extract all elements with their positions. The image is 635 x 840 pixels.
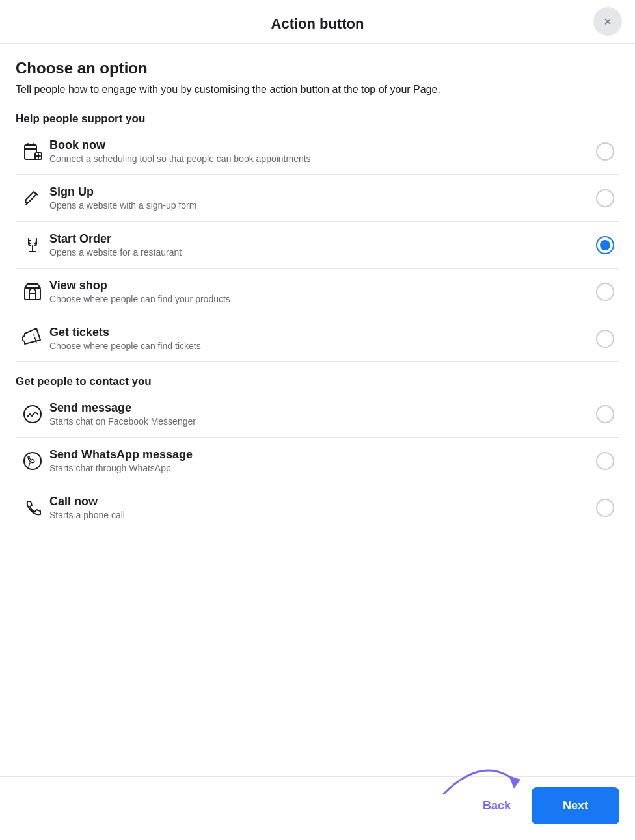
curved-arrow-svg bbox=[431, 748, 535, 800]
option-start-order[interactable]: Start Order Opens a website for a restau… bbox=[16, 222, 619, 269]
radio-view-shop[interactable] bbox=[591, 283, 619, 301]
option-whatsapp[interactable]: Send WhatsApp message Starts chat throug… bbox=[16, 438, 619, 484]
svg-point-9 bbox=[24, 453, 41, 469]
group1-label: Help people support you bbox=[16, 112, 619, 125]
arrow-annotation: Back bbox=[470, 794, 524, 818]
view-shop-icon bbox=[16, 282, 49, 302]
back-button[interactable]: Back bbox=[470, 794, 524, 818]
radio-sign-up[interactable] bbox=[591, 189, 619, 207]
section-description: Tell people how to engage with you by cu… bbox=[16, 83, 619, 97]
book-now-icon bbox=[16, 141, 49, 162]
options-group2: Send message Starts chat on Facebook Mes… bbox=[16, 391, 619, 531]
sign-up-icon bbox=[16, 188, 49, 209]
close-button[interactable]: × bbox=[593, 7, 622, 36]
radio-call-now[interactable] bbox=[591, 499, 619, 517]
main-content: Choose an option Tell people how to enga… bbox=[0, 44, 635, 609]
option-book-now[interactable]: Book now Connect a scheduling tool so th… bbox=[16, 128, 619, 175]
option-start-order-text: Start Order Opens a website for a restau… bbox=[49, 232, 591, 257]
radio-start-order[interactable] bbox=[591, 236, 619, 254]
svg-point-8 bbox=[24, 406, 41, 423]
next-button[interactable]: Next bbox=[532, 787, 619, 824]
option-view-shop[interactable]: View shop Choose where people can find y… bbox=[16, 269, 619, 315]
radio-whatsapp[interactable] bbox=[591, 452, 619, 470]
radio-send-message[interactable] bbox=[591, 405, 619, 423]
radio-book-now[interactable] bbox=[591, 142, 619, 161]
option-get-tickets-text: Get tickets Choose where people can find… bbox=[49, 326, 591, 351]
section-title: Choose an option bbox=[16, 59, 619, 77]
svg-rect-6 bbox=[29, 293, 36, 300]
option-call-now-text: Call now Starts a phone call bbox=[49, 495, 591, 520]
call-now-icon bbox=[16, 497, 49, 518]
footer: Back Next bbox=[0, 776, 635, 840]
option-view-shop-text: View shop Choose where people can find y… bbox=[49, 279, 591, 304]
options-group1: Book now Connect a scheduling tool so th… bbox=[16, 128, 619, 362]
option-get-tickets[interactable]: Get tickets Choose where people can find… bbox=[16, 315, 619, 362]
radio-get-tickets[interactable] bbox=[591, 330, 619, 348]
send-message-icon bbox=[16, 404, 49, 425]
get-tickets-icon bbox=[16, 328, 49, 349]
option-sign-up[interactable]: Sign Up Opens a website with a sign-up f… bbox=[16, 175, 619, 222]
group2-label: Get people to contact you bbox=[16, 375, 619, 388]
option-send-message-text: Send message Starts chat on Facebook Mes… bbox=[49, 401, 591, 427]
dialog-header: Action button × bbox=[0, 0, 635, 44]
option-sign-up-text: Sign Up Opens a website with a sign-up f… bbox=[49, 185, 591, 211]
option-whatsapp-text: Send WhatsApp message Starts chat throug… bbox=[49, 448, 591, 473]
svg-marker-10 bbox=[509, 776, 520, 789]
whatsapp-icon bbox=[16, 451, 49, 471]
option-call-now[interactable]: Call now Starts a phone call bbox=[16, 484, 619, 531]
start-order-icon bbox=[16, 235, 49, 256]
option-book-now-text: Book now Connect a scheduling tool so th… bbox=[49, 138, 591, 164]
option-send-message[interactable]: Send message Starts chat on Facebook Mes… bbox=[16, 391, 619, 438]
page-title: Action button bbox=[271, 16, 364, 33]
